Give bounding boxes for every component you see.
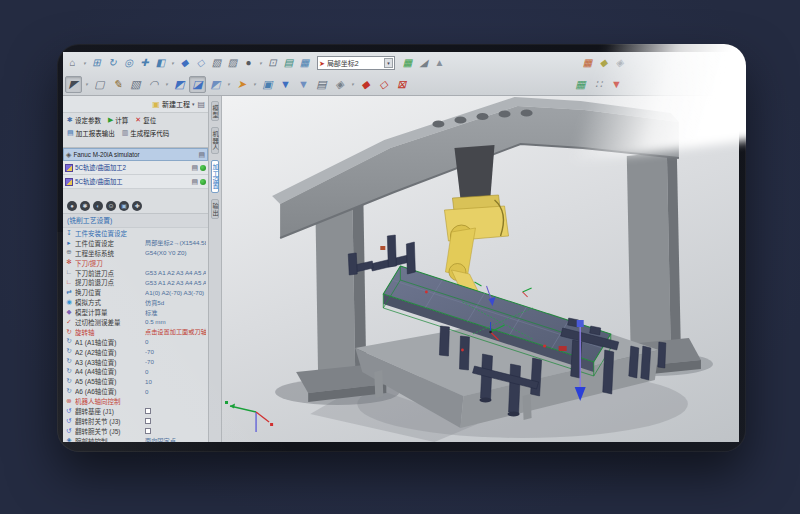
toolbar-icon[interactable]: ◎ [121, 56, 136, 71]
toolbar-icon[interactable]: ▤ [281, 56, 296, 71]
mini-toolbar-icon[interactable]: ▣ [119, 201, 129, 211]
action-button[interactable]: ▤ 加工报表输出 [67, 128, 115, 138]
toolbar-icon[interactable]: ◠ [145, 76, 162, 93]
property-value[interactable]: 标准 [145, 308, 206, 317]
toolbar-icon[interactable]: ◆ [357, 76, 374, 93]
property-value[interactable]: 仿真5d [145, 298, 206, 307]
toolbar-icon[interactable]: ⊞ [89, 56, 104, 71]
toolbar-icon[interactable]: ∷ [590, 76, 607, 93]
viewport-3d-scene[interactable] [222, 96, 739, 442]
property-row[interactable]: ↺ 翻转肘关节 (J3) [63, 416, 208, 426]
toolbar-icon[interactable]: ▾ [349, 76, 356, 93]
property-value[interactable]: 10 [145, 378, 206, 385]
toolbar-icon[interactable]: ▣ [259, 76, 276, 93]
property-row[interactable]: ⇄ 换刀位置 A1(0) A2(-70) A3(-70) [63, 287, 208, 297]
toolbar-icon[interactable]: ▨ [225, 56, 240, 71]
pin-panel-icon[interactable]: ▤ [197, 100, 205, 109]
toolbar-icon[interactable]: ▦ [580, 56, 595, 71]
toolbar-icon[interactable]: ▼ [295, 76, 312, 93]
action-button[interactable]: ✱ 设定参数 [67, 115, 101, 125]
toolbar-icon[interactable]: ◆ [596, 56, 611, 71]
toolbar-icon[interactable]: ● [241, 56, 256, 71]
toolbar-icon[interactable]: ◇ [375, 76, 392, 93]
checkbox[interactable] [145, 418, 151, 424]
property-value[interactable]: A1(0) A2(-70) A3(-70) [145, 289, 206, 296]
toolbar-icon[interactable]: ▲ [432, 56, 447, 71]
property-row[interactable]: ▸ 工件位置设定 局部坐标2→(X1544.582 [63, 238, 208, 248]
property-row[interactable]: ↻ A2 (A2轴位置) -70 [63, 347, 208, 357]
toolbar-icon[interactable]: ▾ [257, 56, 264, 71]
property-value[interactable]: 0.5 mm [145, 318, 206, 325]
property-value[interactable]: G53 A1 A2 A3 A4 A5 A [145, 279, 206, 286]
action-button[interactable]: ▶ 计算 [108, 115, 128, 125]
property-value[interactable]: 0 [145, 368, 206, 375]
toolbar-icon[interactable]: ▤ [313, 76, 330, 93]
tree-item[interactable]: 5C轨迹/曲面加工2 ▤ [63, 161, 208, 175]
toolbar-icon[interactable]: ⌂ [65, 56, 80, 71]
toolbar-icon[interactable]: ▦ [400, 56, 415, 71]
mini-toolbar-icon[interactable]: ◐ [93, 201, 103, 211]
toolbar-icon[interactable]: ◈ [612, 56, 627, 71]
toolbar-icon[interactable]: ▼ [608, 76, 625, 93]
property-value[interactable]: -70 [145, 348, 206, 355]
side-tab[interactable]: 加工设置 [211, 160, 219, 193]
toolbar-icon[interactable]: ▾ [81, 56, 88, 71]
toolbar-icon[interactable]: ◩ [207, 76, 224, 93]
toolbar-icon[interactable]: ▾ [251, 76, 258, 93]
property-row[interactable]: ∟ 下刀前进刀点 G53 A1 A2 A3 A4 A5 A [63, 268, 208, 278]
property-row[interactable]: ∟ 提刀前退刀点 G53 A1 A2 A3 A4 A5 A [63, 277, 208, 287]
property-value[interactable]: G54(X0 Y0 Z0) [145, 249, 206, 256]
toolbar-icon[interactable]: ▧ [127, 76, 144, 93]
tree-header-row[interactable]: ◈ Fanuc M-20iA simulator ▤ [63, 148, 208, 161]
toolbar-icon[interactable]: ▾ [169, 56, 176, 71]
dropdown-arrow-icon[interactable]: ▾ [384, 58, 393, 68]
toolbar-icon[interactable]: ➤ [233, 76, 250, 93]
property-row[interactable]: ↻ A5 (A5轴位置) 10 [63, 376, 208, 386]
action-button[interactable]: ✕ 复位 [135, 115, 156, 125]
side-tab[interactable]: 模型 [211, 101, 219, 121]
toolbar-icon[interactable]: ◢ [416, 56, 431, 71]
page-icon[interactable]: ▤ [191, 178, 198, 186]
property-value[interactable]: G53 A1 A2 A3 A4 A5 A [145, 269, 206, 276]
toolbar-icon[interactable]: ◈ [331, 76, 348, 93]
toolbar-icon[interactable]: ▦ [297, 56, 312, 71]
toolbar-icon[interactable]: ▢ [91, 76, 108, 93]
viewport-3d[interactable] [222, 96, 739, 442]
toolbar-icon[interactable]: ◆ [177, 56, 192, 71]
toolbar-icon[interactable]: ✚ [137, 56, 152, 71]
toolbar-icon[interactable]: ↻ [105, 56, 120, 71]
property-row[interactable]: ↺ 翻转基座 (J1) [63, 406, 208, 416]
side-tab[interactable]: 输出 [211, 199, 219, 219]
property-row[interactable]: ✻ 下刀/提刀 [63, 258, 208, 268]
property-value[interactable]: 点击设置加工面或刀轴向 [145, 327, 206, 336]
property-row[interactable]: ↻ A3 (A3轴位置) -70 [63, 357, 208, 367]
property-row[interactable]: ↺ 翻转腕关节 (J5) [63, 426, 208, 436]
side-tab[interactable]: 机器人 [211, 127, 219, 154]
property-value[interactable]: -70 [145, 358, 206, 365]
toolbar-icon[interactable]: ⊠ [393, 76, 410, 93]
toolbar-icon[interactable]: ◩ [171, 76, 188, 93]
mini-toolbar-icon[interactable]: ● [67, 201, 77, 211]
toolbar-icon[interactable]: ◇ [193, 56, 208, 71]
checkbox[interactable] [145, 428, 151, 434]
property-row[interactable]: ↻ 旋转轴 点击设置加工面或刀轴向 [63, 327, 208, 337]
page-icon[interactable]: ▤ [191, 164, 198, 172]
tree-item[interactable]: 5C轨迹/曲面加工 ▤ [63, 175, 208, 189]
toolbar-icon[interactable]: ◪ [189, 76, 206, 93]
mini-toolbar-icon[interactable]: ⊙ [106, 201, 116, 211]
toolbar-icon[interactable]: ▼ [277, 76, 294, 93]
page-icon[interactable]: ▤ [198, 151, 205, 159]
property-row[interactable]: ↧ 工件安装位置设定 [63, 228, 208, 238]
checkbox[interactable] [145, 408, 151, 414]
property-value[interactable]: 面向固定点 [145, 436, 206, 442]
property-row[interactable]: ↻ A6 (A6轴位置) 0 [63, 386, 208, 396]
toolbar-icon[interactable]: ▦ [572, 76, 589, 93]
toolbar-icon[interactable]: ✎ [109, 76, 126, 93]
new-project-button[interactable]: ▣ 新建工程 ▾ [152, 99, 194, 109]
property-row[interactable]: ✓ 过切检测误差量 0.5 mm [63, 317, 208, 327]
property-row[interactable]: ⊗ 机器人轴向控制 [63, 396, 208, 406]
toolbar-icon[interactable]: ◤ [65, 76, 82, 93]
property-value[interactable]: 局部坐标2→(X1544.582 [145, 238, 206, 247]
property-row[interactable]: ◉ 模拟方式 仿真5d [63, 297, 208, 307]
property-row[interactable]: ⊕ 工程坐标系统 G54(X0 Y0 Z0) [63, 248, 208, 258]
